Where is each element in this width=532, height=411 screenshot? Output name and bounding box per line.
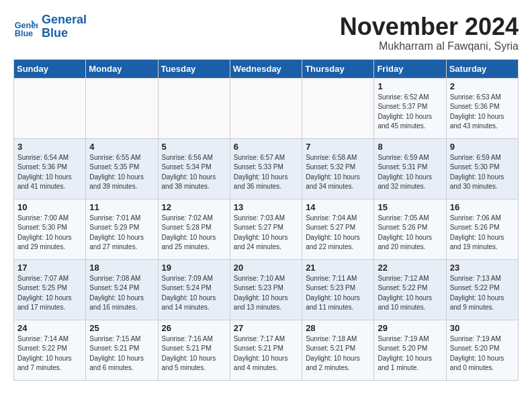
day-number: 4	[89, 142, 154, 152]
day-number: 24	[17, 323, 82, 333]
calendar-week-row: 17Sunrise: 7:07 AM Sunset: 5:25 PM Dayli…	[14, 259, 519, 320]
calendar-day-15: 15Sunrise: 7:05 AM Sunset: 5:26 PM Dayli…	[374, 199, 446, 259]
day-info: Sunrise: 6:59 AM Sunset: 5:31 PM Dayligh…	[378, 153, 442, 192]
day-number: 9	[450, 142, 515, 152]
day-info: Sunrise: 7:12 AM Sunset: 5:22 PM Dayligh…	[378, 274, 442, 313]
svg-text:Blue: Blue	[15, 29, 33, 38]
day-number: 25	[89, 323, 154, 333]
calendar-day-19: 19Sunrise: 7:09 AM Sunset: 5:24 PM Dayli…	[158, 259, 230, 320]
title-block: November 2024 Mukharram al Fawqani, Syri…	[340, 13, 519, 52]
day-number: 8	[378, 142, 442, 152]
logo: General Blue General Blue	[13, 13, 87, 40]
calendar-day-empty	[158, 78, 230, 138]
day-info: Sunrise: 7:15 AM Sunset: 5:21 PM Dayligh…	[89, 334, 154, 373]
day-number: 26	[162, 323, 226, 333]
day-info: Sunrise: 6:57 AM Sunset: 5:33 PM Dayligh…	[234, 153, 298, 192]
calendar-day-9: 9Sunrise: 6:59 AM Sunset: 5:30 PM Daylig…	[446, 138, 518, 199]
calendar-day-21: 21Sunrise: 7:11 AM Sunset: 5:23 PM Dayli…	[302, 259, 374, 320]
day-number: 11	[89, 202, 154, 212]
day-info: Sunrise: 7:05 AM Sunset: 5:26 PM Dayligh…	[378, 214, 442, 253]
calendar-day-23: 23Sunrise: 7:13 AM Sunset: 5:22 PM Dayli…	[446, 259, 518, 320]
calendar-day-26: 26Sunrise: 7:16 AM Sunset: 5:21 PM Dayli…	[158, 320, 230, 380]
day-info: Sunrise: 6:58 AM Sunset: 5:32 PM Dayligh…	[306, 153, 370, 192]
calendar-day-28: 28Sunrise: 7:18 AM Sunset: 5:21 PM Dayli…	[302, 320, 374, 380]
day-info: Sunrise: 7:08 AM Sunset: 5:24 PM Dayligh…	[89, 274, 154, 313]
day-number: 20	[234, 263, 298, 273]
day-number: 22	[378, 263, 442, 273]
calendar-day-7: 7Sunrise: 6:58 AM Sunset: 5:32 PM Daylig…	[302, 138, 374, 199]
day-number: 7	[306, 142, 370, 152]
weekday-header-wednesday: Wednesday	[230, 59, 302, 78]
day-info: Sunrise: 7:10 AM Sunset: 5:23 PM Dayligh…	[234, 274, 298, 313]
logo-icon: General Blue	[13, 15, 38, 39]
calendar-day-empty	[230, 78, 302, 138]
weekday-header-saturday: Saturday	[446, 59, 518, 78]
calendar-day-25: 25Sunrise: 7:15 AM Sunset: 5:21 PM Dayli…	[86, 320, 158, 380]
weekday-header-sunday: Sunday	[14, 59, 86, 78]
day-info: Sunrise: 7:04 AM Sunset: 5:27 PM Dayligh…	[306, 214, 370, 253]
day-info: Sunrise: 7:00 AM Sunset: 5:30 PM Dayligh…	[17, 214, 82, 253]
day-info: Sunrise: 6:52 AM Sunset: 5:37 PM Dayligh…	[378, 93, 442, 132]
day-number: 27	[234, 323, 298, 333]
calendar-title: November 2024	[340, 13, 519, 40]
day-info: Sunrise: 7:09 AM Sunset: 5:24 PM Dayligh…	[162, 274, 226, 313]
calendar-day-18: 18Sunrise: 7:08 AM Sunset: 5:24 PM Dayli…	[86, 259, 158, 320]
page-header: General Blue General Blue November 2024 …	[13, 13, 519, 52]
day-info: Sunrise: 6:56 AM Sunset: 5:34 PM Dayligh…	[162, 153, 226, 192]
day-number: 14	[306, 202, 370, 212]
day-number: 19	[162, 263, 226, 273]
day-number: 2	[450, 81, 515, 91]
day-number: 13	[234, 202, 298, 212]
day-info: Sunrise: 7:02 AM Sunset: 5:28 PM Dayligh…	[162, 214, 226, 253]
calendar-day-14: 14Sunrise: 7:04 AM Sunset: 5:27 PM Dayli…	[302, 199, 374, 259]
day-number: 29	[378, 323, 442, 333]
calendar-day-6: 6Sunrise: 6:57 AM Sunset: 5:33 PM Daylig…	[230, 138, 302, 199]
day-number: 28	[306, 323, 370, 333]
day-info: Sunrise: 7:17 AM Sunset: 5:21 PM Dayligh…	[234, 334, 298, 373]
calendar-table: SundayMondayTuesdayWednesdayThursdayFrid…	[13, 59, 519, 381]
calendar-day-3: 3Sunrise: 6:54 AM Sunset: 5:36 PM Daylig…	[14, 138, 86, 199]
day-info: Sunrise: 7:01 AM Sunset: 5:29 PM Dayligh…	[89, 214, 154, 253]
day-info: Sunrise: 7:16 AM Sunset: 5:21 PM Dayligh…	[162, 334, 226, 373]
day-number: 1	[378, 81, 442, 91]
day-number: 21	[306, 263, 370, 273]
day-number: 10	[17, 202, 82, 212]
calendar-day-12: 12Sunrise: 7:02 AM Sunset: 5:28 PM Dayli…	[158, 199, 230, 259]
day-number: 15	[378, 202, 442, 212]
calendar-day-16: 16Sunrise: 7:06 AM Sunset: 5:26 PM Dayli…	[446, 199, 518, 259]
weekday-header-monday: Monday	[86, 59, 158, 78]
day-info: Sunrise: 7:14 AM Sunset: 5:22 PM Dayligh…	[17, 334, 82, 373]
calendar-week-row: 24Sunrise: 7:14 AM Sunset: 5:22 PM Dayli…	[14, 320, 519, 380]
calendar-day-2: 2Sunrise: 6:53 AM Sunset: 5:36 PM Daylig…	[446, 78, 518, 138]
calendar-week-row: 10Sunrise: 7:00 AM Sunset: 5:30 PM Dayli…	[14, 199, 519, 259]
day-info: Sunrise: 7:19 AM Sunset: 5:20 PM Dayligh…	[378, 334, 442, 373]
day-info: Sunrise: 7:19 AM Sunset: 5:20 PM Dayligh…	[450, 334, 515, 373]
day-info: Sunrise: 6:59 AM Sunset: 5:30 PM Dayligh…	[450, 153, 515, 192]
day-number: 12	[162, 202, 226, 212]
day-number: 18	[89, 263, 154, 273]
day-number: 23	[450, 263, 515, 273]
calendar-day-20: 20Sunrise: 7:10 AM Sunset: 5:23 PM Dayli…	[230, 259, 302, 320]
day-number: 17	[17, 263, 82, 273]
weekday-header-friday: Friday	[374, 59, 446, 78]
day-info: Sunrise: 7:13 AM Sunset: 5:22 PM Dayligh…	[450, 274, 515, 313]
day-number: 16	[450, 202, 515, 212]
calendar-day-empty	[14, 78, 86, 138]
calendar-week-row: 3Sunrise: 6:54 AM Sunset: 5:36 PM Daylig…	[14, 138, 519, 199]
calendar-day-22: 22Sunrise: 7:12 AM Sunset: 5:22 PM Dayli…	[374, 259, 446, 320]
calendar-day-11: 11Sunrise: 7:01 AM Sunset: 5:29 PM Dayli…	[86, 199, 158, 259]
calendar-day-27: 27Sunrise: 7:17 AM Sunset: 5:21 PM Dayli…	[230, 320, 302, 380]
day-info: Sunrise: 7:06 AM Sunset: 5:26 PM Dayligh…	[450, 214, 515, 253]
calendar-week-row: 1Sunrise: 6:52 AM Sunset: 5:37 PM Daylig…	[14, 78, 519, 138]
calendar-day-17: 17Sunrise: 7:07 AM Sunset: 5:25 PM Dayli…	[14, 259, 86, 320]
weekday-header-thursday: Thursday	[302, 59, 374, 78]
calendar-day-empty	[86, 78, 158, 138]
day-info: Sunrise: 6:54 AM Sunset: 5:36 PM Dayligh…	[17, 153, 82, 192]
calendar-day-24: 24Sunrise: 7:14 AM Sunset: 5:22 PM Dayli…	[14, 320, 86, 380]
day-info: Sunrise: 6:53 AM Sunset: 5:36 PM Dayligh…	[450, 93, 515, 132]
weekday-header-tuesday: Tuesday	[158, 59, 230, 78]
day-info: Sunrise: 7:18 AM Sunset: 5:21 PM Dayligh…	[306, 334, 370, 373]
calendar-day-5: 5Sunrise: 6:56 AM Sunset: 5:34 PM Daylig…	[158, 138, 230, 199]
calendar-day-1: 1Sunrise: 6:52 AM Sunset: 5:37 PM Daylig…	[374, 78, 446, 138]
day-number: 6	[234, 142, 298, 152]
